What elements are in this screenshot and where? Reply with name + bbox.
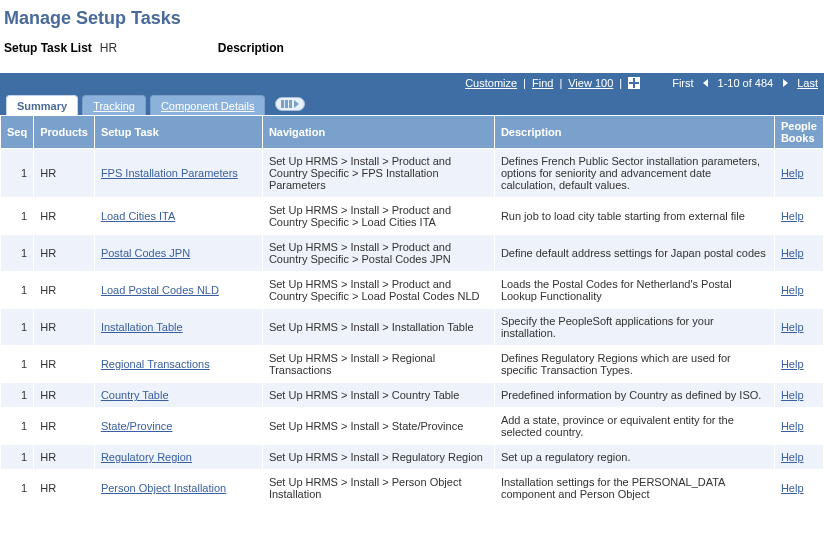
page-title: Manage Setup Tasks xyxy=(4,8,824,29)
cell-products: HR xyxy=(34,445,95,470)
cell-setup-task: Load Postal Codes NLD xyxy=(94,272,262,309)
show-all-columns-icon[interactable] xyxy=(275,97,305,111)
find-link[interactable]: Find xyxy=(532,77,553,89)
help-link[interactable]: Help xyxy=(781,210,804,222)
svg-marker-0 xyxy=(703,79,708,87)
help-link[interactable]: Help xyxy=(781,451,804,463)
cell-seq: 1 xyxy=(1,235,34,272)
last-link[interactable]: Last xyxy=(797,77,818,89)
cell-setup-task: Regional Transactions xyxy=(94,346,262,383)
row-range: 1-10 of 484 xyxy=(718,77,774,89)
cell-seq: 1 xyxy=(1,198,34,235)
cell-description: Loads the Postal Codes for Netherland's … xyxy=(494,272,774,309)
setup-task-link[interactable]: Regulatory Region xyxy=(101,451,192,463)
cell-navigation: Set Up HRMS > Install > Product and Coun… xyxy=(262,149,494,198)
setup-task-link[interactable]: Postal Codes JPN xyxy=(101,247,190,259)
tab-tracking[interactable]: Tracking xyxy=(82,95,146,115)
cell-products: HR xyxy=(34,272,95,309)
cell-people-books: Help xyxy=(774,309,823,346)
cell-navigation: Set Up HRMS > Install > Regional Transac… xyxy=(262,346,494,383)
cell-people-books: Help xyxy=(774,470,823,507)
setup-task-link[interactable]: Person Object Installation xyxy=(101,482,226,494)
setup-task-list-label: Setup Task List xyxy=(4,41,92,55)
cell-description: Define default address settings for Japa… xyxy=(494,235,774,272)
table-row: 1HRCountry TableSet Up HRMS > Install > … xyxy=(1,383,824,408)
separator: | xyxy=(619,77,622,89)
col-seq[interactable]: Seq xyxy=(1,116,34,149)
cell-setup-task: Country Table xyxy=(94,383,262,408)
svg-rect-4 xyxy=(289,100,292,108)
table-row: 1HRInstallation TableSet Up HRMS > Insta… xyxy=(1,309,824,346)
col-people-books[interactable]: People Books xyxy=(774,116,823,149)
cell-people-books: Help xyxy=(774,198,823,235)
col-setup-task[interactable]: Setup Task xyxy=(94,116,262,149)
help-link[interactable]: Help xyxy=(781,482,804,494)
setup-task-link[interactable]: Load Postal Codes NLD xyxy=(101,284,219,296)
cell-products: HR xyxy=(34,383,95,408)
cell-navigation: Set Up HRMS > Install > State/Province xyxy=(262,408,494,445)
table-row: 1HRLoad Cities ITASet Up HRMS > Install … xyxy=(1,198,824,235)
prev-icon[interactable] xyxy=(700,77,712,89)
setup-task-link[interactable]: State/Province xyxy=(101,420,173,432)
separator: | xyxy=(523,77,526,89)
cell-setup-task: Installation Table xyxy=(94,309,262,346)
cell-seq: 1 xyxy=(1,272,34,309)
help-link[interactable]: Help xyxy=(781,389,804,401)
table-row: 1HRLoad Postal Codes NLDSet Up HRMS > In… xyxy=(1,272,824,309)
cell-navigation: Set Up HRMS > Install > Installation Tab… xyxy=(262,309,494,346)
view-all-link[interactable]: View 100 xyxy=(568,77,613,89)
table-row: 1HRPostal Codes JPNSet Up HRMS > Install… xyxy=(1,235,824,272)
help-link[interactable]: Help xyxy=(781,247,804,259)
cell-navigation: Set Up HRMS > Install > Person Object In… xyxy=(262,470,494,507)
tab-summary[interactable]: Summary xyxy=(6,95,78,115)
cell-setup-task: State/Province xyxy=(94,408,262,445)
tab-row: Summary Tracking Component Details xyxy=(0,93,824,115)
setup-task-link[interactable]: Installation Table xyxy=(101,321,183,333)
cell-products: HR xyxy=(34,235,95,272)
header-row: Setup Task List HR Description xyxy=(4,41,824,55)
help-link[interactable]: Help xyxy=(781,167,804,179)
cell-people-books: Help xyxy=(774,235,823,272)
cell-people-books: Help xyxy=(774,272,823,309)
cell-description: Add a state, province or equivalent enti… xyxy=(494,408,774,445)
cell-people-books: Help xyxy=(774,445,823,470)
svg-rect-2 xyxy=(281,100,284,108)
first-link[interactable]: First xyxy=(672,77,693,89)
col-description[interactable]: Description xyxy=(494,116,774,149)
setup-task-link[interactable]: Load Cities ITA xyxy=(101,210,175,222)
cell-description: Defines Regulatory Regions which are use… xyxy=(494,346,774,383)
separator: | xyxy=(559,77,562,89)
help-link[interactable]: Help xyxy=(781,420,804,432)
cell-products: HR xyxy=(34,198,95,235)
cell-setup-task: Regulatory Region xyxy=(94,445,262,470)
tab-component-details[interactable]: Component Details xyxy=(150,95,266,115)
next-icon[interactable] xyxy=(779,77,791,89)
setup-tasks-grid: Seq Products Setup Task Navigation Descr… xyxy=(0,115,824,507)
table-row: 1HRRegional TransactionsSet Up HRMS > In… xyxy=(1,346,824,383)
setup-task-link[interactable]: Regional Transactions xyxy=(101,358,210,370)
setup-task-link[interactable]: FPS Installation Parameters xyxy=(101,167,238,179)
cell-people-books: Help xyxy=(774,408,823,445)
cell-seq: 1 xyxy=(1,309,34,346)
help-link[interactable]: Help xyxy=(781,321,804,333)
cell-description: Run job to load city table starting from… xyxy=(494,198,774,235)
setup-task-link[interactable]: Country Table xyxy=(101,389,169,401)
customize-link[interactable]: Customize xyxy=(465,77,517,89)
help-link[interactable]: Help xyxy=(781,284,804,296)
description-label: Description xyxy=(218,41,284,55)
col-products[interactable]: Products xyxy=(34,116,95,149)
col-navigation[interactable]: Navigation xyxy=(262,116,494,149)
download-icon[interactable] xyxy=(628,77,640,89)
table-row: 1HRFPS Installation ParametersSet Up HRM… xyxy=(1,149,824,198)
cell-products: HR xyxy=(34,309,95,346)
cell-navigation: Set Up HRMS > Install > Product and Coun… xyxy=(262,235,494,272)
cell-seq: 1 xyxy=(1,346,34,383)
cell-navigation: Set Up HRMS > Install > Product and Coun… xyxy=(262,198,494,235)
svg-rect-3 xyxy=(285,100,288,108)
help-link[interactable]: Help xyxy=(781,358,804,370)
cell-people-books: Help xyxy=(774,346,823,383)
cell-products: HR xyxy=(34,470,95,507)
cell-seq: 1 xyxy=(1,408,34,445)
cell-people-books: Help xyxy=(774,149,823,198)
cell-description: Specify the PeopleSoft applications for … xyxy=(494,309,774,346)
